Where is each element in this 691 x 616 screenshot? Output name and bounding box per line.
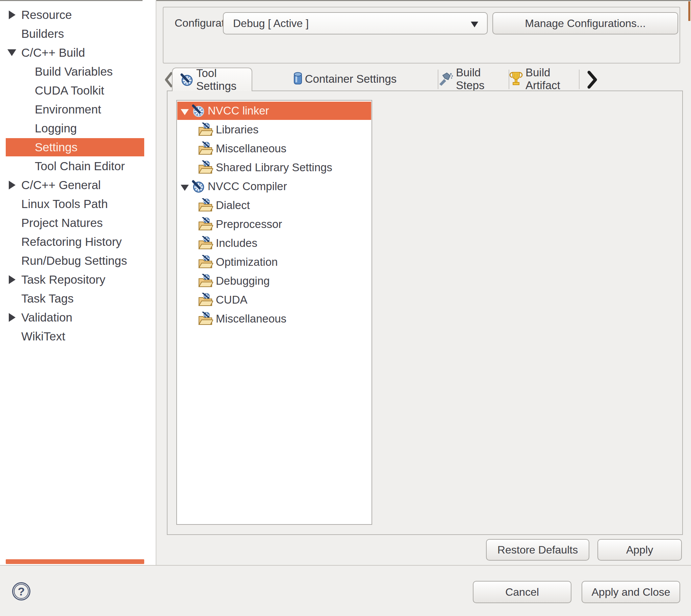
tab-label: Container Settings (305, 73, 397, 85)
sidebar-item-build-variables[interactable]: Build Variables (0, 62, 156, 81)
folder-settings-icon (198, 274, 213, 288)
tab-container-settings[interactable]: Container Settings (252, 68, 438, 90)
sidebar-item-label: Logging (35, 122, 77, 135)
bottom-separator (0, 565, 691, 566)
chevron-right-icon[interactable] (9, 313, 16, 322)
tree-item-label: Includes (216, 237, 258, 249)
folder-settings-icon (198, 198, 213, 213)
tab-label: Tool Settings (196, 67, 252, 92)
tree-item-shared-library-settings[interactable]: Shared Library Settings (177, 158, 371, 177)
sidebar-item-label: Builders (21, 27, 64, 41)
container-icon (293, 72, 302, 86)
tab-label: Build Steps (456, 66, 509, 92)
question-mark-icon: ? (18, 585, 25, 598)
folder-settings-icon (198, 160, 213, 175)
tab-build-artifact[interactable]: Build Artifact (509, 68, 579, 90)
tab-scroll-right-button[interactable] (585, 70, 600, 90)
sidebar-item-resource[interactable]: Resource (0, 5, 156, 24)
folder-settings-icon (198, 141, 213, 156)
sidebar-item-label: Refactoring History (21, 235, 122, 248)
sidebar-item-label: Run/Debug Settings (21, 254, 127, 267)
sidebar-item-logging[interactable]: Logging (0, 119, 156, 138)
sidebar-item-run-debug-settings[interactable]: Run/Debug Settings (0, 251, 156, 270)
restore-defaults-button[interactable]: Restore Defaults (486, 539, 589, 560)
tree-item-miscellaneous-linker[interactable]: Miscellaneous (177, 139, 371, 158)
sidebar-item-tool-chain-editor[interactable]: Tool Chain Editor (0, 157, 156, 176)
sidebar-item-builders[interactable]: Builders (0, 24, 156, 43)
tree-item-label: CUDA (216, 293, 248, 306)
tab-label: Build Artifact (526, 66, 579, 92)
sidebar-item-label: C/C++ General (21, 178, 101, 192)
sidebar-item-refactoring-history[interactable]: Refactoring History (0, 232, 156, 251)
help-button[interactable]: ? (12, 582, 30, 600)
tree-item-debugging[interactable]: Debugging (177, 272, 371, 290)
sidebar-item-label: Validation (21, 311, 72, 324)
sidebar-item-environment[interactable]: Environment (0, 100, 156, 119)
scroll-indicator (688, 1, 690, 21)
tool-icon (180, 73, 194, 86)
chevron-down-icon[interactable] (181, 109, 189, 115)
eclipse-properties-dialog: { "sidebar": { "items": [ {"label": "Res… (0, 0, 691, 616)
tree-item-nvcc-linker[interactable]: NVCC linker (177, 102, 371, 120)
tree-item-label: Dialect (216, 199, 250, 212)
apply-label: Apply (626, 544, 653, 556)
sidebar-item-cuda-toolkit[interactable]: CUDA Toolkit (0, 81, 156, 100)
sidebar-item-label: Build Variables (35, 65, 113, 78)
tree-item-dialect[interactable]: Dialect (177, 196, 371, 215)
chevron-right-icon[interactable] (9, 275, 16, 284)
tree-item-optimization[interactable]: Optimization (177, 253, 371, 271)
sidebar-item-validation[interactable]: Validation (0, 308, 156, 327)
apply-button[interactable]: Apply (598, 539, 682, 560)
configuration-dropdown[interactable]: Debug [ Active ] (223, 12, 488, 35)
tree-item-label: Preprocessor (216, 218, 282, 231)
hammer-icon (438, 72, 453, 86)
sidebar-item-settings[interactable]: Settings (0, 138, 156, 157)
tool-icon (192, 104, 205, 117)
tree-item-miscellaneous-compiler[interactable]: Miscellaneous (177, 310, 371, 328)
tab-tool-settings[interactable]: Tool Settings (172, 68, 252, 91)
preferences-sidebar: Resource Builders C/C++ Build Build Vari… (0, 0, 156, 565)
filter-box-bottom-edge (0, 0, 142, 1)
cancel-button[interactable]: Cancel (473, 581, 572, 603)
tree-item-includes[interactable]: Includes (177, 234, 371, 252)
tree-item-label: NVCC Compiler (208, 180, 287, 193)
manage-configurations-button[interactable]: Manage Configurations... (492, 12, 678, 35)
tool-icon (192, 180, 205, 193)
chevron-right-icon (587, 71, 598, 89)
chevron-down-icon[interactable] (7, 49, 16, 56)
sidebar-item-task-tags[interactable]: Task Tags (0, 289, 156, 308)
tree-item-preprocessor[interactable]: Preprocessor (177, 215, 371, 233)
settings-page: Configuration: Debug [ Active ] Manage C… (156, 0, 691, 565)
sidebar-item-label: Linux Tools Path (21, 197, 108, 211)
configuration-dropdown-value: Debug [ Active ] (233, 17, 309, 30)
manage-configurations-label: Manage Configurations... (525, 17, 646, 30)
sidebar-item-cpp-general[interactable]: C/C++ General (0, 176, 156, 195)
tab-separator (579, 70, 580, 89)
folder-settings-icon (198, 293, 213, 307)
tree-item-libraries[interactable]: Libraries (177, 120, 371, 139)
sidebar-item-label: CUDA Toolkit (35, 84, 104, 97)
tool-settings-panel: NVCC linker Libraries (167, 90, 683, 535)
chevron-right-icon[interactable] (9, 10, 16, 19)
tree-item-label: Miscellaneous (216, 142, 286, 155)
chevron-down-icon[interactable] (181, 185, 189, 191)
tree-item-label: Libraries (216, 123, 259, 136)
tool-settings-tree: NVCC linker Libraries (176, 100, 372, 525)
sidebar-item-wikitext[interactable]: WikiText (0, 327, 156, 346)
sidebar-item-project-natures[interactable]: Project Natures (0, 214, 156, 232)
chevron-right-icon[interactable] (9, 181, 16, 190)
tab-build-steps[interactable]: Build Steps (438, 68, 509, 90)
sidebar-item-label: Task Repository (21, 273, 105, 286)
tree-item-cuda[interactable]: CUDA (177, 291, 371, 309)
sidebar-item-cpp-build[interactable]: C/C++ Build (0, 43, 156, 62)
trophy-icon (509, 72, 523, 86)
tree-item-label: NVCC linker (208, 104, 269, 117)
tree-item-nvcc-compiler[interactable]: NVCC Compiler (177, 177, 371, 196)
sidebar-horizontal-scrollbar-thumb[interactable] (6, 559, 144, 564)
apply-and-close-button[interactable]: Apply and Close (582, 581, 680, 603)
folder-settings-icon (198, 123, 213, 137)
sidebar-item-linux-tools-path[interactable]: Linux Tools Path (0, 195, 156, 214)
folder-settings-icon (198, 236, 213, 250)
sidebar-item-task-repository[interactable]: Task Repository (0, 270, 156, 289)
sidebar-item-label: Environment (35, 103, 101, 116)
